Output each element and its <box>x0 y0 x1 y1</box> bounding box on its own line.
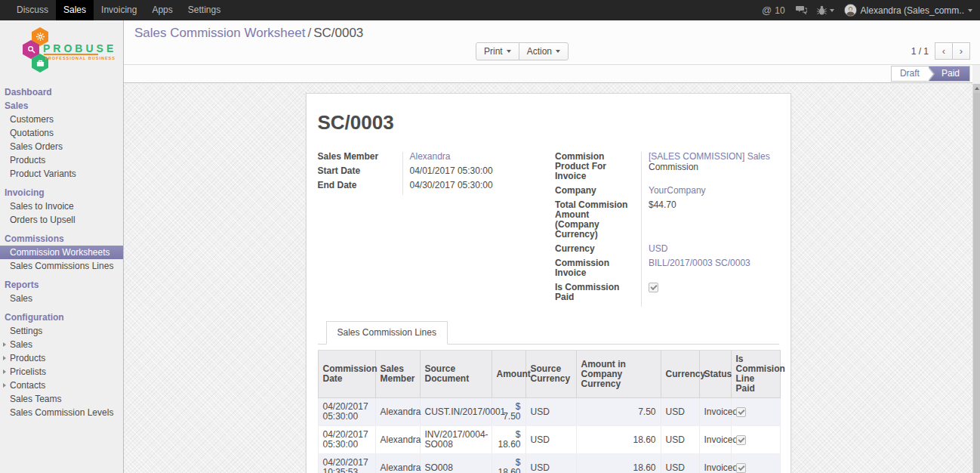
mention-count: 10 <box>775 5 784 16</box>
main-area: Sales Commission Worksheet/SC/0003 Print… <box>124 20 980 473</box>
sidebar-item-config-contacts[interactable]: Contacts <box>0 379 123 392</box>
cell-amount-company: 18.60 <box>576 426 661 454</box>
caret-right-icon <box>3 369 6 374</box>
vertical-scrollbar[interactable] <box>972 84 980 473</box>
sidebar-item-products[interactable]: Products <box>0 153 123 167</box>
cell-member: Alexandra <box>375 454 420 473</box>
sidebar-item-config-pricelists[interactable]: Pricelists <box>0 365 123 379</box>
field-label-end-date: End Date <box>318 181 402 195</box>
print-button[interactable]: Print <box>476 42 519 60</box>
col-commission-date[interactable]: Commission Date <box>318 351 375 398</box>
sidebar-item-sales-orders[interactable]: Sales Orders <box>0 140 123 153</box>
cell-currency: USD <box>661 398 699 426</box>
sidebar-header-configuration[interactable]: Configuration <box>0 311 123 324</box>
pager-value: 1 / 1 <box>911 46 929 57</box>
cell-member: Alexandra <box>375 398 420 426</box>
field-value-sales-member[interactable]: Alexandra <box>410 151 451 162</box>
scrollbar-up-icon[interactable] <box>973 84 980 93</box>
sidebar-menu: Dashboard Sales Customers Quotations Sal… <box>0 85 123 419</box>
sidebar-item-label: Products <box>10 353 45 363</box>
sidebar-item-commission-worksheets[interactable]: Commission Worksheets <box>0 246 123 259</box>
mention-icon: @ <box>762 5 772 16</box>
field-label-start-date: Start Date <box>318 166 402 181</box>
line-paid-checkbox <box>736 463 746 473</box>
logo-tagline: PROFESSIONAL BUSINESS <box>45 56 116 60</box>
sidebar-header-dashboard[interactable]: Dashboard <box>0 85 123 99</box>
caret-down-icon <box>830 9 834 12</box>
cell-date: 04/20/2017 05:30:00 <box>318 398 375 426</box>
sidebar-item-customers[interactable]: Customers <box>0 113 123 126</box>
user-menu[interactable]: Alexandra (Sales_comm.. <box>844 4 972 17</box>
sidebar-item-sales-commissions-lines[interactable]: Sales Commissions Lines <box>0 259 123 273</box>
field-label-company: Company <box>555 186 641 200</box>
sidebar-item-product-variants[interactable]: Product Variants <box>0 167 123 181</box>
table-row[interactable]: 04/20/2017 10:35:53 Alexandra SO008 $ 18… <box>318 454 780 473</box>
statusbar: Draft Paid <box>124 65 972 83</box>
sidebar-header-commissions[interactable]: Commissions <box>0 232 123 246</box>
breadcrumb-current: SC/0003 <box>313 26 363 40</box>
sidebar-item-config-sales[interactable]: Sales <box>0 338 123 351</box>
caret-down-icon <box>556 50 560 53</box>
messages-icon[interactable] <box>795 5 807 15</box>
action-button[interactable]: Action <box>519 42 569 60</box>
nav-settings[interactable]: Settings <box>180 0 228 20</box>
cell-source-currency: USD <box>525 454 576 473</box>
field-groups: Sales Member Alexandra Start Date 04/01/… <box>318 152 779 307</box>
caret-down-icon <box>507 50 511 53</box>
col-status[interactable]: Status <box>699 351 731 398</box>
print-label: Print <box>484 43 503 60</box>
caret-right-icon <box>3 356 6 360</box>
probuse-logo[interactable]: PROBUSE PROFESSIONAL BUSINESS <box>0 25 123 79</box>
sidebar-header-reports[interactable]: Reports <box>0 278 123 292</box>
col-source-currency[interactable]: Source Currency <box>525 351 576 398</box>
field-value-company[interactable]: YourCompany <box>649 185 706 196</box>
sidebar-header-invoicing[interactable]: Invoicing <box>0 186 123 199</box>
mention-counter[interactable]: @ 10 <box>762 5 785 16</box>
cell-amount: $ 18.60 <box>492 454 525 473</box>
record-title: SC/0003 <box>318 111 779 134</box>
debug-menu[interactable] <box>817 5 834 16</box>
sidebar-item-reports-sales[interactable]: Sales <box>0 292 123 305</box>
table-row[interactable]: 04/20/2017 05:30:00 Alexandra CUST.IN/20… <box>318 398 780 426</box>
sidebar-item-sales-to-invoice[interactable]: Sales to Invoice <box>0 199 123 213</box>
nav-invoicing[interactable]: Invoicing <box>94 0 144 20</box>
col-source-document[interactable]: Source Document <box>420 351 492 398</box>
field-value-commission-product-link[interactable]: [SALES COMMISSION] Sales <box>649 151 770 162</box>
pager-previous-button[interactable]: ‹ <box>935 42 953 60</box>
commission-lines-table: Commission Date Sales Member Source Docu… <box>318 350 781 473</box>
chevron-right-icon: › <box>960 45 963 57</box>
user-name: Alexandra (Sales_comm.. <box>861 5 964 16</box>
sidebar-item-quotations[interactable]: Quotations <box>0 126 123 140</box>
cell-currency: USD <box>661 454 699 473</box>
sidebar-item-sales-teams[interactable]: Sales Teams <box>0 392 123 406</box>
scrollbar-thumb[interactable] <box>973 93 980 473</box>
breadcrumb: Sales Commission Worksheet/SC/0003 <box>134 26 363 41</box>
action-label: Action <box>527 43 552 60</box>
sidebar-item-sales-commission-levels[interactable]: Sales Commission Levels <box>0 406 123 419</box>
topbar: Discuss Sales Invoicing Apps Settings @ … <box>0 0 980 20</box>
sidebar-item-settings[interactable]: Settings <box>0 324 123 338</box>
sidebar-item-orders-to-upsell[interactable]: Orders to Upsell <box>0 213 123 227</box>
field-value-currency[interactable]: USD <box>649 243 667 254</box>
pager-next-button[interactable]: › <box>952 42 970 60</box>
field-value-commission-invoice[interactable]: BILL/2017/0003 SC/0003 <box>649 258 750 268</box>
col-amount[interactable]: Amount <box>492 351 525 398</box>
cell-source-currency: USD <box>525 398 576 426</box>
nav-discuss[interactable]: Discuss <box>9 0 56 20</box>
cell-amount-company: 18.60 <box>576 454 661 473</box>
nav-apps[interactable]: Apps <box>144 0 180 20</box>
status-step-draft[interactable]: Draft <box>892 66 929 81</box>
tab-sales-commission-lines[interactable]: Sales Commission Lines <box>326 321 448 345</box>
table-row[interactable]: 04/20/2017 05:30:00 Alexandra INV/2017/0… <box>318 426 780 454</box>
breadcrumb-separator: / <box>305 26 313 40</box>
breadcrumb-parent-link[interactable]: Sales Commission Worksheet <box>134 26 305 40</box>
col-sales-member[interactable]: Sales Member <box>375 351 420 398</box>
col-amount-company-currency[interactable]: Amount in Company Currency <box>576 351 661 398</box>
sidebar-item-config-products[interactable]: Products <box>0 351 123 365</box>
col-is-commission-line-paid[interactable]: Is Commision Line Paid <box>731 351 780 398</box>
nav-sales[interactable]: Sales <box>56 0 94 20</box>
cell-source: CUST.IN/2017/0001 <box>420 398 492 426</box>
status-step-paid[interactable]: Paid <box>929 66 969 81</box>
col-currency[interactable]: Currency <box>661 351 699 398</box>
sidebar-header-sales[interactable]: Sales <box>0 99 123 113</box>
